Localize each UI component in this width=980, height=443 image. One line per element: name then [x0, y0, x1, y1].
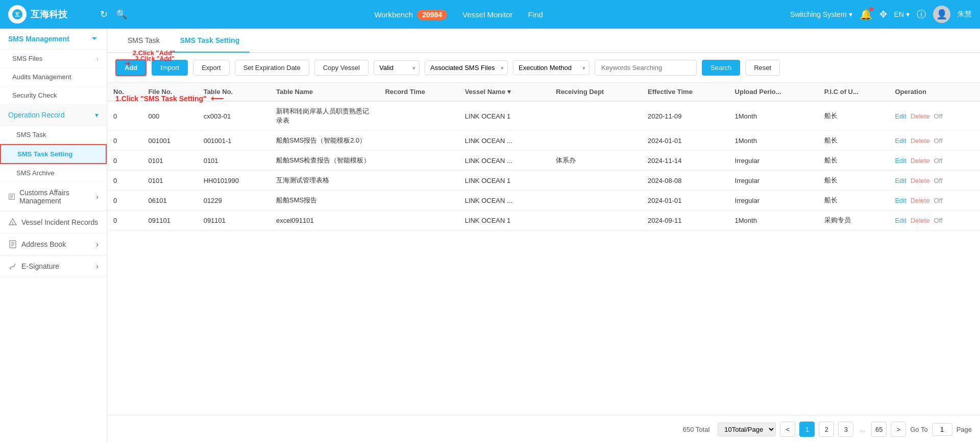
notification-dot [869, 7, 873, 11]
vessel-monitor-link[interactable]: Vessel Monitor [462, 10, 512, 19]
off-button[interactable]: Off [934, 197, 942, 204]
cell-pic: 船长 [818, 151, 889, 171]
sidebar-item-vessel-incident[interactable]: Vessel Incident Records [0, 212, 107, 234]
sidebar-item-audits-management[interactable]: Audits Management [0, 68, 107, 86]
page-size-select[interactable]: 10Total/Page [718, 423, 776, 436]
off-button[interactable]: Off [934, 112, 942, 120]
avatar: 👤 [933, 6, 950, 23]
search-button[interactable]: Search [702, 60, 740, 76]
sidebar: SMS Management SMS Files › Audits Manage… [0, 29, 107, 443]
data-table: No. File No. Table No. Table Name Record… [107, 83, 980, 230]
goto-page-input[interactable] [932, 423, 952, 436]
cell-table-name: 新聘和转岗岸基人员职责熟悉记录表 [270, 101, 379, 131]
reset-button[interactable]: Reset [745, 60, 780, 76]
col-record-time: Record Time [379, 83, 458, 101]
col-table-name: Table Name [270, 83, 379, 101]
cell-operation: Edit Delete Off [889, 151, 980, 171]
cell-effective-time: 2024-11-14 [642, 151, 729, 171]
notification-bell[interactable]: 🔔 [860, 8, 872, 20]
cell-record-time [379, 211, 458, 230]
sidebar-item-operation-record[interactable]: Operation Record ▾ [0, 105, 107, 126]
execution-filter-wrapper: Execution Method [513, 60, 590, 75]
page-1-button[interactable]: 1 [799, 422, 815, 437]
find-link[interactable]: Find [528, 10, 543, 19]
page-label: Page [957, 426, 972, 433]
associated-filter[interactable]: Associated SMS Files [425, 60, 508, 75]
export-button[interactable]: Export [193, 60, 230, 76]
edit-button[interactable]: Edit [895, 157, 906, 165]
cell-pic: 船长 [818, 191, 889, 211]
page-65-button[interactable]: 65 [871, 422, 887, 437]
table-row: 0 0101 HH0101990 互海测试管理表格 LINK OCEAN 1 2… [107, 171, 980, 191]
cell-record-time [379, 191, 458, 211]
col-pic: P.I.C of U... [818, 83, 889, 101]
language-switcher[interactable]: EN ▾ [894, 10, 910, 18]
sidebar-item-address-book[interactable]: Address Book › [0, 234, 107, 255]
cell-file-no: 0101 [142, 171, 198, 191]
sidebar-item-e-signature[interactable]: E-Signature › [0, 255, 107, 277]
cell-no: 0 [107, 151, 142, 171]
cell-operation: Edit Delete Off [889, 211, 980, 230]
cell-effective-time: 2024-01-01 [642, 191, 729, 211]
set-expiration-button[interactable]: Set Expiration Date [235, 60, 309, 76]
workbench-link[interactable]: Workbench 20984 [374, 10, 447, 19]
sidebar-item-customs-affairs[interactable]: Customs Affairs Management › [0, 182, 107, 212]
sidebar-item-sms-task-setting[interactable]: SMS Task Setting [0, 144, 107, 164]
delete-button[interactable]: Delete [911, 197, 930, 204]
cell-table-no: HH0101990 [198, 171, 270, 191]
back-icon[interactable]: ↻ [100, 9, 108, 20]
edit-button[interactable]: Edit [895, 197, 906, 204]
logo-area: 互 互海科技 [8, 5, 90, 24]
add-button[interactable]: Add [115, 59, 146, 76]
delete-button[interactable]: Delete [911, 217, 930, 224]
cell-upload-period: Irregular [729, 151, 818, 171]
execution-method-filter[interactable]: Execution Method [513, 60, 590, 75]
help-icon[interactable]: ⓘ [917, 8, 926, 20]
sidebar-item-sms-task[interactable]: SMS Task [0, 126, 107, 144]
sidebar-item-sms-files[interactable]: SMS Files › [0, 50, 107, 68]
cell-table-no: 001001-1 [198, 131, 270, 151]
cell-vessel-name: LINK OCEAN 1 [459, 171, 550, 191]
edit-button[interactable]: Edit [895, 112, 906, 120]
expand-icon[interactable]: ✥ [879, 9, 887, 20]
edit-button[interactable]: Edit [895, 217, 906, 224]
valid-filter[interactable]: Valid [374, 60, 420, 75]
cell-no: 0 [107, 211, 142, 230]
off-button[interactable]: Off [934, 137, 942, 145]
search-icon[interactable]: 🔍 [116, 9, 127, 20]
copy-vessel-button[interactable]: Copy Vessel [314, 60, 369, 76]
off-button[interactable]: Off [934, 217, 942, 224]
cell-file-no: 091101 [142, 211, 198, 230]
sidebar-header-sms-management[interactable]: SMS Management [0, 29, 107, 50]
delete-button[interactable]: Delete [911, 137, 930, 145]
prev-page-button[interactable]: < [780, 422, 795, 437]
tab-sms-task-setting[interactable]: SMS Task Setting [170, 29, 250, 53]
off-button[interactable]: Off [934, 177, 942, 184]
cell-record-time [379, 131, 458, 151]
valid-filter-wrapper: Valid [374, 60, 420, 75]
table-row: 0 0101 0101 船舶SMS检查报告（智能模板） LINK OCEAN .… [107, 151, 980, 171]
cell-table-name: 船舶SMS检查报告（智能模板） [270, 151, 379, 171]
page-3-button[interactable]: 3 [838, 422, 853, 437]
cell-pic: 船长 [818, 131, 889, 151]
switching-system[interactable]: Switching System ▾ [790, 10, 852, 18]
delete-button[interactable]: Delete [911, 112, 930, 120]
edit-button[interactable]: Edit [895, 137, 906, 145]
cell-vessel-name: LINK OCEAN 1 [459, 101, 550, 131]
page-2-button[interactable]: 2 [819, 422, 834, 437]
keywords-search-input[interactable] [595, 60, 697, 76]
sidebar-item-sms-archive[interactable]: SMS Archive [0, 164, 107, 182]
delete-button[interactable]: Delete [911, 157, 930, 165]
cell-record-time [379, 151, 458, 171]
off-button[interactable]: Off [934, 157, 942, 165]
delete-button[interactable]: Delete [911, 177, 930, 184]
chevron-down-icon: ▾ [906, 10, 910, 18]
edit-button[interactable]: Edit [895, 177, 906, 184]
col-vessel-name: Vessel Name ▾ [459, 83, 550, 101]
next-page-button[interactable]: > [891, 422, 906, 437]
cell-table-name: 互海测试管理表格 [270, 171, 379, 191]
sidebar-item-security-check[interactable]: Security Check [0, 86, 107, 105]
col-effective-time: Effective Time [642, 83, 729, 101]
cell-no: 0 [107, 171, 142, 191]
cell-file-no: 001001 [142, 131, 198, 151]
